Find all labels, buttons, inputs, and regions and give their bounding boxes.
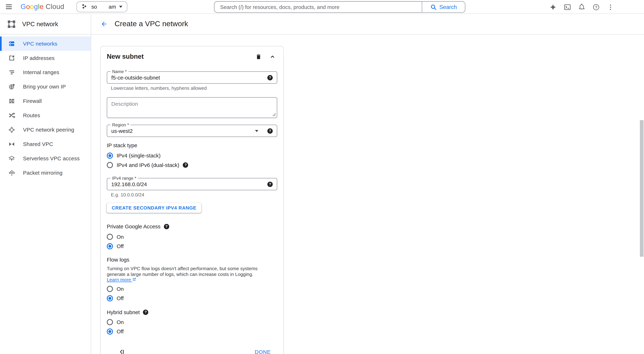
logo-letter: o [30,3,34,11]
sidebar-item-label: VPC networks [23,41,57,47]
more-vert-icon[interactable] [605,2,615,12]
radio-hybrid-on[interactable]: On [107,318,277,326]
radio-label: On [117,286,124,292]
region-field[interactable]: Region * us-west2 ? [107,125,277,137]
sidebar-item-internal-ranges[interactable]: Internal ranges [0,65,91,80]
sidebar-item-shared-vpc[interactable]: Shared VPC [0,137,91,151]
serverless-vpc-icon [8,155,15,162]
radio-ipv4-single-stack[interactable]: IPv4 (single-stack) [107,151,277,160]
menu-icon[interactable] [4,2,14,12]
ipv4-range-label: IPv4 range * [110,176,138,180]
firewall-icon [8,98,15,105]
sidebar-item-label: Packet mirroring [23,170,62,176]
search-button[interactable]: Search [422,1,465,12]
delete-subnet-button[interactable] [253,52,263,62]
flow-logs-label: Flow logs [107,257,277,263]
ip-addresses-icon [8,55,15,62]
sidebar-item-firewall[interactable]: Firewall [0,94,91,108]
sidebar-item-vpc-networks[interactable]: VPC networks [0,36,91,51]
card-title: New subnet [107,53,249,60]
name-help-icon[interactable]: ? [267,75,273,80]
radio-label: Off [117,243,124,249]
globe-icon [8,83,15,90]
ipv4-range-help-icon[interactable]: ? [267,181,273,187]
radio-pga-on[interactable]: On [107,232,277,241]
sidebar-item-vpc-network-peering[interactable]: VPC network peering [0,123,91,137]
sidebar-item-serverless-vpc-access[interactable]: Serverless VPC access [0,151,91,166]
name-helper-text: Lowercase letters, numbers, hyphens allo… [111,86,277,90]
radio-label: IPv4 and IPv6 (dual-stack) [117,162,179,168]
sidebar-item-routes[interactable]: Routes [0,108,91,123]
chevron-down-icon [120,6,122,8]
radio-label: Off [117,295,124,301]
name-field-label: Name * [110,69,128,74]
region-value: us-west2 [111,128,255,134]
top-bar: Google Cloud so am Search [0,0,644,14]
radio-label: On [117,319,124,325]
hybrid-subnet-help-icon[interactable]: ? [143,310,148,315]
name-input[interactable] [111,74,267,81]
external-link-icon [132,277,136,281]
ipv4-range-field: IPv4 range * ? [107,178,277,190]
help-icon[interactable]: ? [591,2,601,12]
description-input[interactable] [107,97,277,118]
collapse-sidebar-icon[interactable] [119,349,124,354]
radio-unselected-icon [107,162,113,168]
chevron-up-icon [269,53,275,60]
page-title: Create a VPC network [114,20,188,28]
project-hexagons-icon [82,4,88,10]
radio-flow-logs-off[interactable]: Off [107,294,277,303]
cloud-shell-icon[interactable] [562,2,572,12]
radio-selected-icon [107,329,113,335]
top-bar-actions: ? [548,0,615,14]
radio-ipv4-ipv6-dual-stack[interactable]: IPv4 and IPv6 (dual-stack) ? [107,161,277,169]
trash-icon [255,53,262,60]
radio-pga-off[interactable]: Off [107,242,277,250]
ipv4-range-input[interactable] [111,181,267,187]
collapse-subnet-button[interactable] [267,52,277,62]
back-button[interactable] [99,19,109,29]
radio-selected-icon [107,152,113,159]
sidebar-item-packet-mirroring[interactable]: Packet mirroring [0,166,91,180]
sidebar-item-label: IP addresses [23,55,55,61]
done-button[interactable]: DONE [255,349,271,354]
logo-letter: G [20,3,26,11]
svg-text:?: ? [595,5,597,9]
sidebar-item-label: Routes [23,112,40,119]
sidebar-item-label: Bring your own IP [23,84,66,90]
radio-hybrid-off[interactable]: Off [107,328,277,336]
region-help-icon[interactable]: ? [267,128,273,134]
radio-label: Off [117,329,124,335]
sidebar-title: VPC network [22,20,58,27]
description-field [107,97,277,118]
private-google-access-help-icon[interactable]: ? [164,224,169,229]
private-google-access-label: Private Google Access ? [107,223,277,230]
peering-icon [8,126,15,133]
name-field: Name * ? [107,71,277,84]
sidebar-item-bring-your-own-ip[interactable]: Bring your own IP [0,80,91,94]
sidebar-item-label: Firewall [23,98,42,104]
ip-stack-type-label: IP stack type [107,142,277,149]
project-name-left: so [91,4,97,10]
app-window: Google Cloud so am Search [0,0,644,354]
radio-label: IPv4 (single-stack) [117,152,160,159]
logo-letter: g [34,3,38,11]
dual-stack-help-icon[interactable]: ? [183,162,188,168]
notifications-bell-icon[interactable] [576,2,586,12]
sidebar-item-label: VPC network peering [23,127,74,133]
learn-more-link[interactable]: Learn more [107,277,136,282]
search-input[interactable] [214,1,422,12]
gemini-sparkle-icon[interactable] [548,2,558,12]
radio-unselected-icon [107,234,113,240]
google-cloud-logo[interactable]: Google Cloud [20,3,64,11]
packet-mirroring-icon [8,169,15,176]
create-secondary-ipv4-range-button[interactable]: CREATE SECONDARY IPV4 RANGE [107,203,201,213]
radio-flow-logs-on[interactable]: On [107,285,277,293]
search-icon [430,4,436,10]
scrollbar-thumb[interactable] [640,120,644,257]
project-selector[interactable]: so am [76,1,128,12]
radio-label: On [117,234,124,240]
radio-selected-icon [107,295,113,301]
sidebar-item-ip-addresses[interactable]: IP addresses [0,51,91,65]
sidebar: VPC network VPC networks IP addresses [0,14,91,354]
